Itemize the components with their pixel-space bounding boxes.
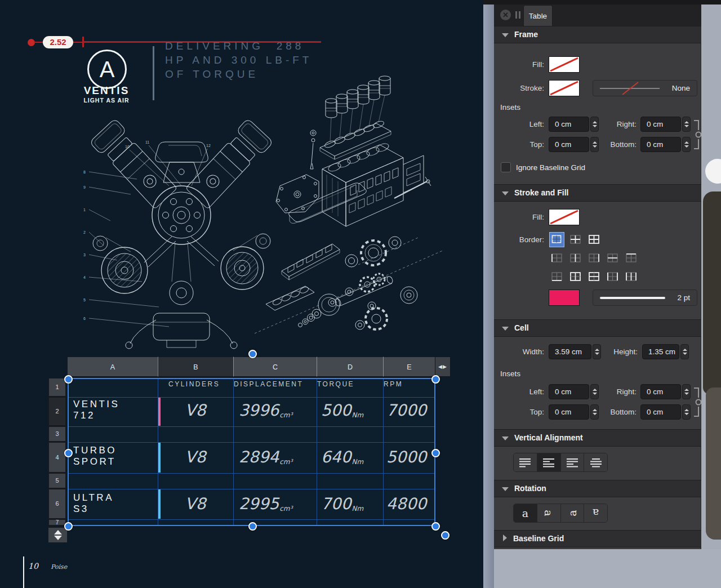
cell-inset-bottom-input[interactable]: 0 cm [640,404,681,420]
table-column-header-a[interactable]: A [68,357,158,377]
cell-fill-swatch[interactable] [549,209,580,225]
selection-handle[interactable] [64,449,73,457]
border-preset-bottom[interactable] [549,269,564,284]
table-header-rpm[interactable]: RPM [384,380,403,388]
selection-handle[interactable] [431,375,440,384]
valign-top-button[interactable] [514,453,537,471]
stepper[interactable] [590,384,599,399]
rotation-90-button[interactable]: a [537,504,561,522]
pin-icon[interactable] [515,11,517,19]
selection-handle[interactable] [64,375,73,384]
table-cell-model[interactable]: VENTIS 712 [73,399,119,421]
table-row-header-5[interactable]: 5 [48,473,66,489]
border-preset-outer[interactable] [549,232,564,247]
border-preset-right[interactable] [586,251,602,266]
stepper[interactable] [682,404,691,420]
table-column-header-c[interactable]: C [233,357,317,377]
table-cell-displacement[interactable]: 2894cm³ [239,448,292,466]
table-cell-displacement[interactable]: 2995cm³ [239,495,292,513]
table-row-header-4[interactable]: 4 [48,442,66,473]
selection-handle[interactable] [431,449,440,457]
border-color-swatch[interactable] [549,289,580,306]
cell-inset-left-input[interactable]: 0 cm [549,384,589,399]
table-cell-cylinders[interactable]: V8 [161,495,230,513]
table-cell-cylinders[interactable]: V8 [161,448,230,466]
table-cell-rpm[interactable]: 4800 [386,495,426,513]
table-cell-cylinders[interactable]: V8 [161,401,230,420]
pin-icon[interactable] [519,11,520,19]
border-preset-center-horizontal[interactable] [605,251,620,266]
border-preset-center-vertical[interactable] [568,251,583,266]
frame-fill-swatch[interactable] [549,56,580,73]
cell-inset-right-input[interactable]: 0 cm [640,384,681,399]
table-cell-torque[interactable]: 700Nm [321,495,363,513]
table-row-header-2[interactable]: 2 [48,397,66,426]
selection-handle[interactable] [248,522,257,531]
border-preset-outer-horizontal[interactable] [586,269,602,284]
table-cell-displacement[interactable]: 3996cm³ [239,401,292,420]
column-expand-icon[interactable]: ◀▶ [435,357,451,377]
border-preset-top[interactable] [624,251,639,266]
table-cell-model[interactable]: ULTRA S3 [73,492,114,515]
row-expand-icon[interactable] [48,527,68,543]
border-preset-verticals[interactable] [624,269,639,284]
table-column-header-d[interactable]: D [317,357,383,377]
link-insets-icon[interactable] [692,116,701,153]
border-preset-all[interactable] [586,232,602,247]
cell-width-input[interactable]: 3.59 cm [549,344,591,359]
table-row-header-3[interactable]: 3 [48,426,66,442]
cell-inset-top-input[interactable]: 0 cm [549,404,589,420]
section-header-stroke-fill[interactable]: Stroke and Fill [494,184,701,202]
table-row-header-7[interactable]: 7 [48,519,66,526]
close-icon[interactable]: ✕ [500,10,511,20]
section-header-rotation[interactable]: Rotation [494,480,701,497]
valign-justify-button[interactable] [584,453,607,471]
frame-inset-left-input[interactable]: 0 cm [549,117,589,132]
document-canvas[interactable]: 2.52 A VENTIS LIGHT AS AIR DELIVERING 28… [0,0,483,588]
table-header-torque[interactable]: TORQUE [317,380,354,388]
link-insets-icon[interactable] [692,384,701,421]
stepper[interactable] [682,137,691,152]
table-header-displacement[interactable]: DISPLACEMENT [234,380,303,388]
stroke-width-dropdown[interactable]: 2 pt [593,289,697,306]
section-header-vertical-alignment[interactable]: Vertical Alignment [494,429,701,447]
table-cell-rpm[interactable]: 7000 [386,401,426,420]
stepper[interactable] [682,384,691,399]
table-cell-torque[interactable]: 500Nm [321,401,363,420]
table-row-header-6[interactable]: 6 [48,489,66,519]
section-header-cell[interactable]: Cell [494,319,701,337]
stroke-style-dropdown[interactable]: None [593,80,697,96]
rotation-180-button[interactable]: a [584,504,607,522]
tab-table[interactable]: Table [523,5,553,26]
border-preset-inner[interactable] [568,232,583,247]
valign-center-button[interactable] [537,453,561,471]
rotation-0-button[interactable]: a [514,504,537,522]
ignore-baseline-checkbox[interactable] [501,162,511,172]
frame-inset-right-input[interactable]: 0 cm [640,117,681,132]
stepper[interactable] [682,117,691,132]
stepper[interactable] [680,344,689,359]
valign-bottom-button[interactable] [561,453,585,471]
table-row-header-1[interactable]: 1 [48,378,66,397]
stepper[interactable] [590,117,599,132]
cell-height-input[interactable]: 1.35 cm [642,344,679,359]
table-cell-rpm[interactable]: 5000 [386,448,426,466]
table-header-cylinders[interactable]: CYLINDERS [168,380,220,388]
frame-stroke-swatch[interactable] [549,80,580,96]
table-column-header-b[interactable]: B [158,357,233,377]
frame-inset-top-input[interactable]: 0 cm [549,137,589,152]
selection-handle[interactable] [248,350,257,358]
frame-inset-bottom-input[interactable]: 0 cm [640,137,681,152]
rotation-270-button[interactable]: a [561,504,585,522]
table-cell-torque[interactable]: 640Nm [321,448,363,466]
table-column-header-e[interactable]: E [383,357,435,377]
selection-handle[interactable] [441,531,449,540]
border-preset-left-right[interactable] [605,269,620,284]
selection-handle[interactable] [431,522,440,531]
table-cell-model[interactable]: TURBO SPORT [73,445,117,467]
section-header-baseline-grid[interactable]: Baseline Grid [494,530,701,547]
section-header-frame[interactable]: Frame [494,26,701,43]
border-preset-outer-vertical[interactable] [568,269,583,284]
border-preset-left[interactable] [549,251,564,266]
selection-handle[interactable] [64,522,73,531]
